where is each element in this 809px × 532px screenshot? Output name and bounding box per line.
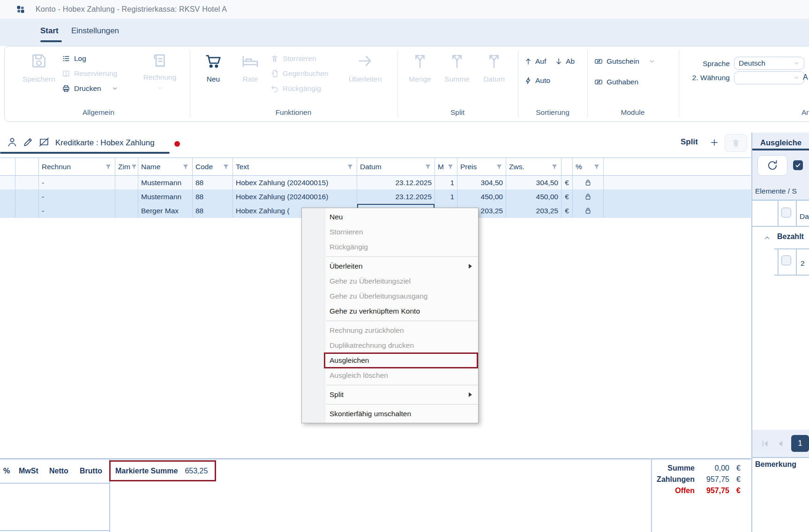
gutschein-button[interactable]: Gutschein xyxy=(594,56,655,67)
summary-row-zahlungen: Zahlungen 957,75 € xyxy=(655,475,741,484)
menu-item-gehe-zu-ueberleitungsziel[interactable]: Gehe zu Überleitungsziel xyxy=(302,274,478,289)
waehrung-select[interactable] xyxy=(734,71,804,84)
sprache-label: Sprache xyxy=(685,60,730,68)
filter-icon[interactable] xyxy=(222,163,230,171)
menu-item-split[interactable]: Split xyxy=(302,387,478,402)
sprache-select[interactable]: Deutsch xyxy=(734,57,804,70)
trash-icon xyxy=(270,54,279,63)
filter-icon[interactable] xyxy=(495,163,503,171)
split-menge-button[interactable]: Menge xyxy=(402,52,438,83)
col-header-zimmer[interactable]: Zim xyxy=(115,158,138,176)
menu-item-gehe-zu-verknuepftem-konto[interactable]: Gehe zu verknüpftem Konto xyxy=(302,304,478,319)
cart-icon xyxy=(204,52,222,70)
col-header-rechnung[interactable]: Rechnun xyxy=(39,158,115,176)
menu-item-rechnung-zurueckholen[interactable]: Rechnung zurückholen xyxy=(302,323,478,338)
trash-icon xyxy=(731,138,741,148)
filter-icon[interactable] xyxy=(424,163,432,171)
col-header-text[interactable]: Text xyxy=(233,158,357,176)
col-header-percent[interactable]: % xyxy=(573,158,604,176)
sort-auf-button[interactable]: Auf xyxy=(535,57,546,66)
refresh-icon xyxy=(766,159,779,172)
chevron-down-icon xyxy=(649,58,655,65)
marked-sum-value: 653,25 xyxy=(185,467,208,475)
split-summe-button[interactable]: Summe xyxy=(439,52,475,83)
menu-item-rueckgaengig[interactable]: Rückgängig xyxy=(302,240,478,255)
right-panel-title[interactable]: Ausgleiche xyxy=(760,138,802,147)
filter-icon[interactable] xyxy=(182,163,189,171)
split-datum-button[interactable]: Datum xyxy=(477,52,511,83)
filter-icon[interactable] xyxy=(346,163,354,171)
arrow-up-icon xyxy=(524,57,532,66)
drucken-button[interactable]: Drucken xyxy=(62,83,118,94)
guthaben-button[interactable]: Guthaben xyxy=(594,76,638,88)
page-prev-icon[interactable] xyxy=(776,439,785,448)
table-row[interactable]: - Mustermann 88 Hobex Zahlung (202400015… xyxy=(0,176,751,190)
neu-button[interactable]: Neu xyxy=(195,52,232,83)
chevron-up-icon[interactable] xyxy=(763,234,771,242)
plus-icon[interactable] xyxy=(710,138,719,147)
col-header-currency xyxy=(562,158,573,176)
group-label-sortierung: Sortierung xyxy=(515,108,590,117)
rate-button[interactable]: Rate xyxy=(232,52,269,83)
group-label-split: Split xyxy=(420,108,495,117)
menu-item-ausgleichen[interactable]: Ausgleichen xyxy=(302,353,478,368)
tab-einstellungen[interactable]: Einstellungen xyxy=(71,26,119,36)
panel-footer-border xyxy=(752,457,809,458)
filter-icon[interactable] xyxy=(593,163,600,171)
filter-icon[interactable] xyxy=(551,163,558,171)
filter-icon[interactable] xyxy=(105,163,112,171)
pencil-icon[interactable] xyxy=(22,136,34,148)
panel-row-border xyxy=(774,275,809,276)
menu-separator xyxy=(326,256,478,257)
log-button[interactable]: Log xyxy=(62,53,86,64)
menu-item-ausgleich-loeschen[interactable]: Ausgleich löschen xyxy=(302,368,478,383)
split-toolbar-label[interactable]: Split xyxy=(681,137,698,147)
menu-item-duplikatrechnung-drucken[interactable]: Duplikatrechnung drucken xyxy=(302,338,478,353)
sort-ab-button[interactable]: Ab xyxy=(566,57,575,66)
footer-row-border xyxy=(0,483,109,484)
no-edit-icon[interactable] xyxy=(38,136,50,148)
delete-button[interactable] xyxy=(725,134,747,152)
rechnung-button[interactable]: Rechnung xyxy=(137,52,182,91)
menu-item-stornieren[interactable]: Stornieren xyxy=(302,225,478,240)
col-header-code[interactable]: Code xyxy=(193,158,233,176)
marked-sum-annotation: Markierte Summe 653,25 xyxy=(109,460,216,481)
filter-icon[interactable] xyxy=(130,163,138,171)
table-row[interactable]: - Mustermann 88 Hobex Zahlung (202400016… xyxy=(0,190,751,204)
sort-auto-button[interactable]: Auto xyxy=(524,75,550,86)
gegenbuchen-button[interactable]: Gegenbuchen xyxy=(270,68,328,79)
col-header-preis[interactable]: Preis xyxy=(457,158,506,176)
tab-start[interactable]: Start xyxy=(40,26,59,36)
chevron-down-icon xyxy=(112,85,118,92)
rueckgaengig-button[interactable]: Rückgängig xyxy=(270,83,321,94)
lock-icon xyxy=(584,193,592,201)
person-icon[interactable] xyxy=(7,136,18,148)
account-tab-title[interactable]: Kreditkarte : Hobex Zahlung xyxy=(55,138,155,148)
speichern-button[interactable]: Speichern xyxy=(19,52,59,83)
log-list-icon xyxy=(62,54,70,63)
page-number-button[interactable]: 1 xyxy=(791,435,809,452)
refresh-button[interactable] xyxy=(757,155,787,176)
menu-item-ueberleiten[interactable]: Überleiten xyxy=(302,259,478,274)
col-header-zws[interactable]: Zws. xyxy=(506,158,562,176)
page-first-icon[interactable] xyxy=(761,439,770,448)
fork-split-icon xyxy=(448,52,466,70)
group-separator xyxy=(679,50,679,118)
menu-item-gehe-zu-ueberleitungsausgang[interactable]: Gehe zu Überleitungsausgang xyxy=(302,289,478,304)
col-header-menge[interactable]: M xyxy=(435,158,457,176)
col-header-name[interactable]: Name xyxy=(138,158,193,176)
menu-item-neu[interactable]: Neu xyxy=(302,210,478,225)
ribbon: Speichern Log Reservierung Drucken Rechn… xyxy=(4,46,809,122)
panel-filter-checkbox[interactable] xyxy=(781,208,791,217)
panel-checkbox-checked[interactable] xyxy=(793,160,803,170)
panel-group-label[interactable]: Bezahlt xyxy=(777,232,804,241)
menu-item-skontierfaehig-umschalten[interactable]: Skontierfähig umschalten xyxy=(302,406,478,421)
panel-row-checkbox[interactable] xyxy=(781,255,791,265)
reservierung-button[interactable]: Reservierung xyxy=(62,68,117,79)
col-header-datum[interactable]: Datum xyxy=(357,158,435,176)
ueberleiten-button[interactable]: Überleiten xyxy=(340,52,390,83)
group-label-module: Module xyxy=(595,108,670,117)
filter-icon[interactable] xyxy=(447,163,454,171)
stornieren-button[interactable]: Stornieren xyxy=(270,53,316,64)
chevron-down-icon xyxy=(157,85,163,91)
